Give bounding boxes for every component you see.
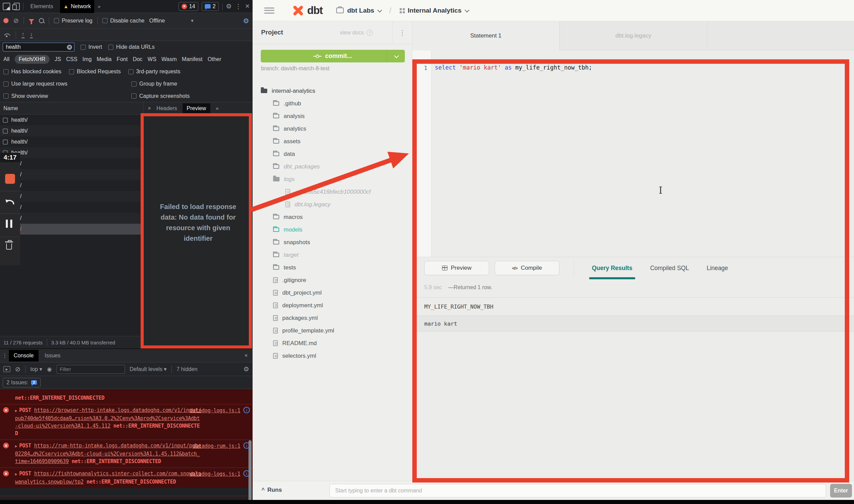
- device-toolbar-icon[interactable]: [14, 3, 20, 10]
- console-sidebar-icon[interactable]: ▶: [3, 366, 10, 372]
- filter-chip-manifest[interactable]: Manifest: [182, 56, 202, 62]
- close-devtools-icon[interactable]: ✕: [245, 3, 250, 9]
- tab-issues[interactable]: Issues: [40, 350, 65, 361]
- filter-chip-other[interactable]: Other: [208, 56, 221, 62]
- request-row[interactable]: health/: [0, 115, 143, 125]
- has-blocked-cookies-checkbox[interactable]: Has blocked cookies: [3, 69, 61, 75]
- request-row[interactable]: alth/: [0, 191, 143, 202]
- issues-chip[interactable]: 2 Issues: 2: [3, 378, 41, 387]
- sql-editor[interactable]: 1 select 'mario kart' as my_life_right_n…: [412, 50, 854, 257]
- preview-button[interactable]: Preview: [424, 261, 489, 275]
- dbt-logo[interactable]: dbt: [291, 3, 323, 18]
- network-settings-gear-icon[interactable]: ⚙: [243, 17, 249, 25]
- throttling-caret-icon[interactable]: ▼: [190, 18, 194, 23]
- record-icon[interactable]: [3, 18, 9, 23]
- hamburger-menu-icon[interactable]: [264, 8, 274, 14]
- account-switcher[interactable]: dbt Labs: [336, 7, 381, 14]
- console-filter-input[interactable]: [57, 365, 125, 374]
- tree-item-dbt-project-yml[interactable]: dbt_project.yml: [253, 286, 412, 299]
- tree-item-deployment-yml[interactable]: deployment.yml: [253, 299, 412, 312]
- tree-item-analysis[interactable]: analysis: [253, 110, 412, 122]
- runs-toggle[interactable]: ^ Runs: [261, 487, 282, 493]
- clear-filter-icon[interactable]: ✕: [67, 45, 72, 50]
- tree-item-packages-yml[interactable]: packages.yml: [253, 312, 412, 324]
- request-row[interactable]: alth/: [0, 158, 143, 169]
- capture-screenshots-checkbox[interactable]: Capture screenshots: [131, 93, 190, 99]
- compile-button[interactable]: </>Compile: [495, 261, 559, 275]
- tab-query-results[interactable]: Query Results: [592, 257, 632, 279]
- request-row[interactable]: alth/: [0, 202, 143, 213]
- more-tabs-icon[interactable]: »: [98, 4, 100, 9]
- error-url-fragment[interactable]: …: [15, 390, 201, 394]
- trash-icon[interactable]: [6, 243, 12, 250]
- filter-chip-media[interactable]: Media: [97, 56, 112, 62]
- tree-item-selectors-yml[interactable]: selectors.yml: [253, 350, 412, 362]
- tab-headers[interactable]: Headers: [156, 105, 177, 112]
- hide-data-urls-checkbox[interactable]: Hide data URLs: [108, 44, 155, 50]
- dbt-command-input[interactable]: [329, 484, 826, 498]
- context-select[interactable]: top ▾: [30, 366, 42, 372]
- tree-item-macros[interactable]: macros: [253, 211, 412, 223]
- enter-button[interactable]: Enter: [830, 484, 852, 498]
- tree-item-analytics[interactable]: analytics: [253, 122, 412, 135]
- commit-dropdown[interactable]: [387, 50, 405, 62]
- issue-count-badge[interactable]: 2: [202, 2, 219, 11]
- throttling-select[interactable]: Offline: [149, 18, 165, 24]
- log-levels-select[interactable]: Default levels ▾: [130, 366, 167, 372]
- project-kebab-icon[interactable]: ⋮: [392, 21, 412, 44]
- filter-chip-ws[interactable]: WS: [147, 56, 156, 62]
- inspect-element-icon[interactable]: [3, 3, 10, 10]
- commit-button[interactable]: commit...: [261, 50, 405, 62]
- tab-console[interactable]: Console: [9, 350, 39, 361]
- show-overview-checkbox[interactable]: Show overview: [3, 93, 48, 99]
- tab-preview[interactable]: Preview: [183, 103, 210, 114]
- tab-network[interactable]: ▲Network: [60, 0, 95, 13]
- tree-item-dbt-packages[interactable]: dbt_packages: [253, 160, 412, 173]
- import-har-icon[interactable]: ↑: [22, 31, 25, 38]
- tab-elements[interactable]: Elements: [27, 0, 57, 13]
- tree-item--nfs3665c416bfecb1000000cf[interactable]: .nfs3665c416bfecb1000000cf: [253, 186, 412, 198]
- tree-item-data[interactable]: data: [253, 148, 412, 160]
- view-docs-link[interactable]: view docs ?: [340, 30, 373, 36]
- tree-item-dbt-log-legacy[interactable]: dbt.log.legacy: [253, 198, 412, 211]
- error-count-badge[interactable]: ✕14: [179, 2, 198, 11]
- console-scrollbar[interactable]: [248, 440, 252, 501]
- filter-chip-fetch-xhr[interactable]: Fetch/XHR: [15, 55, 49, 64]
- preserve-log-checkbox[interactable]: Preserve log: [54, 18, 92, 24]
- request-row[interactable]: alth/: [0, 224, 143, 235]
- tree-item-tests[interactable]: tests: [253, 261, 412, 274]
- clear-icon[interactable]: ⊘: [13, 17, 19, 25]
- filter-chip-font[interactable]: Font: [117, 56, 128, 62]
- tree-item-target[interactable]: target: [253, 249, 412, 261]
- clear-console-icon[interactable]: ⊘: [15, 365, 20, 373]
- undo-icon[interactable]: [5, 198, 15, 206]
- filter-chip-wasm[interactable]: Wasm: [161, 56, 177, 62]
- console-settings-gear-icon[interactable]: ⚙: [243, 366, 249, 372]
- stop-recording-button[interactable]: [5, 174, 15, 184]
- expand-triangle-icon[interactable]: ▶: [15, 472, 17, 476]
- settings-gear-icon[interactable]: ⚙: [226, 3, 232, 10]
- disable-cache-checkbox[interactable]: Disable cache: [102, 18, 145, 24]
- tab-lineage[interactable]: Lineage: [707, 257, 728, 279]
- error-source-link[interactable]: datadog-logs.js:1: [190, 407, 240, 414]
- kebab-menu-icon[interactable]: ⋮: [235, 3, 242, 10]
- close-console-icon[interactable]: ×: [244, 353, 248, 358]
- expand-triangle-icon[interactable]: ▶: [15, 409, 17, 413]
- project-switcher[interactable]: Internal Analytics: [400, 7, 469, 14]
- use-large-rows-checkbox[interactable]: Use large request rows: [3, 81, 68, 87]
- more-detail-tabs-icon[interactable]: »: [216, 105, 219, 112]
- name-column-header[interactable]: Name: [0, 102, 143, 115]
- error-source-link[interactable]: datadog-logs.js:1: [190, 470, 240, 478]
- tree-item-assets[interactable]: assets: [253, 135, 412, 148]
- tab-compiled-sql[interactable]: Compiled SQL: [650, 257, 689, 279]
- request-row[interactable]: alth/: [0, 180, 143, 191]
- tree-item-internal-analytics[interactable]: internal-analytics: [253, 85, 412, 97]
- filter-funnel-icon[interactable]: [29, 19, 34, 22]
- expand-triangle-icon[interactable]: ▶: [15, 444, 17, 448]
- invert-checkbox[interactable]: Invert: [81, 44, 102, 50]
- console-kebab-icon[interactable]: ⋮: [2, 353, 8, 358]
- request-row[interactable]: alth/: [0, 213, 143, 224]
- blocked-requests-checkbox[interactable]: Blocked Requests: [69, 69, 121, 75]
- filter-chip-css[interactable]: CSS: [66, 56, 77, 62]
- request-row[interactable]: alth/: [0, 169, 143, 180]
